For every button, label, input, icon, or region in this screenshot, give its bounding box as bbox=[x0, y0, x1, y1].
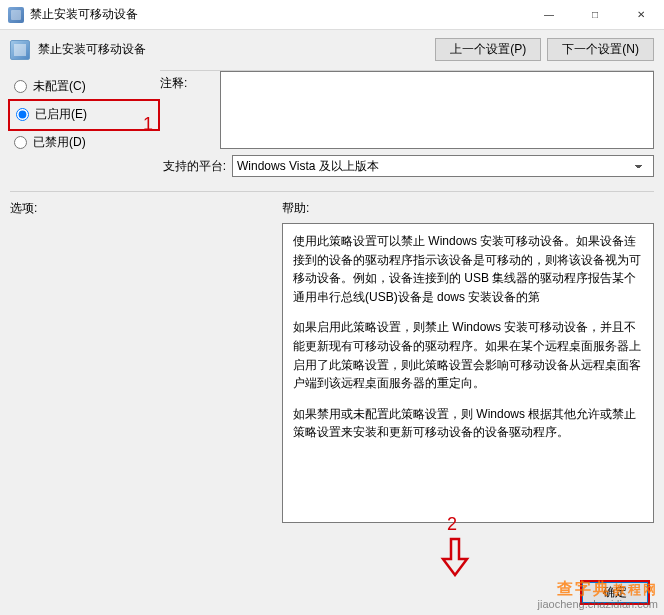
platform-select[interactable]: Windows Vista 及以上版本 bbox=[232, 155, 654, 177]
platform-label: 支持的平台: bbox=[160, 158, 232, 175]
radio-disabled-label[interactable]: 已禁用(D) bbox=[33, 134, 86, 151]
policy-name: 禁止安装可移动设备 bbox=[38, 41, 435, 58]
close-button[interactable]: ✕ bbox=[618, 0, 664, 29]
divider bbox=[160, 70, 654, 71]
radio-enabled[interactable] bbox=[16, 108, 29, 121]
annotation-two: 2 bbox=[447, 514, 457, 535]
radio-disabled[interactable] bbox=[14, 136, 27, 149]
help-panel: 使用此策略设置可以禁止 Windows 安装可移动设备。如果设备连接到的设备的驱… bbox=[282, 223, 654, 523]
comment-textarea[interactable] bbox=[220, 71, 654, 149]
policy-icon bbox=[10, 40, 30, 60]
maximize-button[interactable]: □ bbox=[572, 0, 618, 29]
arrow-down-icon bbox=[440, 537, 470, 577]
previous-setting-button[interactable]: 上一个设置(P) bbox=[435, 38, 541, 61]
radio-enabled-label[interactable]: 已启用(E) bbox=[35, 106, 87, 123]
annotation-one: 1 bbox=[143, 114, 153, 135]
radio-not-configured-label[interactable]: 未配置(C) bbox=[33, 78, 86, 95]
options-label: 选项: bbox=[10, 200, 270, 217]
ok-button[interactable]: 确定 bbox=[580, 580, 650, 605]
help-paragraph: 使用此策略设置可以禁止 Windows 安装可移动设备。如果设备连接到的设备的驱… bbox=[293, 232, 643, 306]
window-title: 禁止安装可移动设备 bbox=[30, 6, 526, 23]
minimize-button[interactable]: — bbox=[526, 0, 572, 29]
divider-2 bbox=[10, 191, 654, 192]
options-panel bbox=[10, 223, 270, 523]
radio-not-configured[interactable] bbox=[14, 80, 27, 93]
help-paragraph: 如果启用此策略设置，则禁止 Windows 安装可移动设备，并且不能更新现有可移… bbox=[293, 318, 643, 392]
next-setting-button[interactable]: 下一个设置(N) bbox=[547, 38, 654, 61]
help-paragraph: 如果禁用或未配置此策略设置，则 Windows 根据其他允许或禁止策略设置来安装… bbox=[293, 405, 643, 442]
help-label: 帮助: bbox=[282, 200, 654, 217]
app-icon bbox=[8, 7, 24, 23]
comment-label: 注释: bbox=[160, 71, 220, 149]
